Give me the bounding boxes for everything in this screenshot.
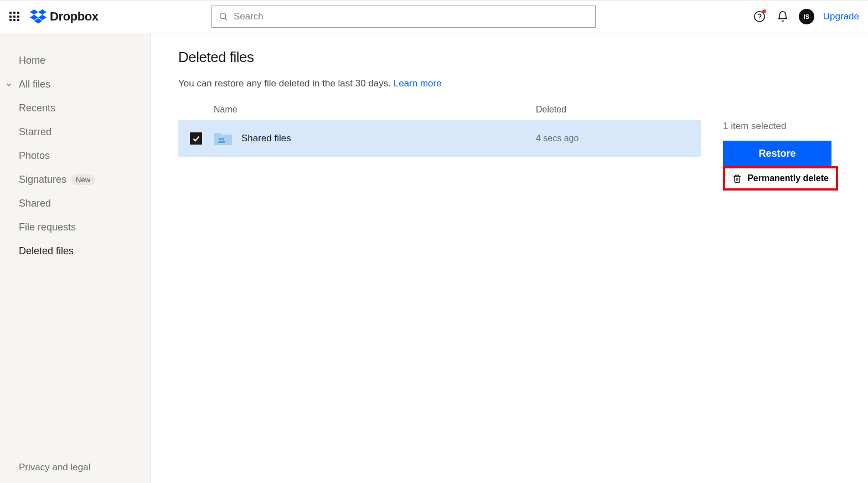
sidebar-item-label: Shared	[19, 198, 51, 209]
svg-point-3	[759, 19, 760, 19]
trash-icon	[732, 174, 742, 183]
row-checkbox[interactable]	[190, 132, 202, 145]
sidebar-item-recents[interactable]: Recents	[0, 96, 150, 120]
sidebar-item-label: File requests	[19, 222, 76, 233]
table-header: Name Deleted	[178, 99, 701, 120]
sidebar-item-label: Home	[19, 55, 45, 66]
apps-grid-icon[interactable]	[8, 10, 21, 23]
help-button[interactable]	[752, 9, 767, 24]
row-deleted: 4 secs ago	[536, 133, 701, 143]
sidebar-item-label: Recents	[19, 102, 55, 114]
action-panel: 1 item selected Restore Permanently dele…	[701, 49, 839, 467]
sidebar: Home All files Recents Starred Photos Si…	[0, 33, 151, 483]
sidebar-privacy-legal[interactable]: Privacy and legal	[0, 452, 150, 483]
sidebar-item-photos[interactable]: Photos	[0, 144, 150, 168]
search-icon	[219, 12, 228, 22]
sidebar-item-label: All files	[19, 79, 50, 90]
check-icon	[192, 135, 200, 143]
deleted-files-table: Name Deleted	[178, 99, 701, 157]
sidebar-item-label: Photos	[19, 150, 50, 162]
brand-logo[interactable]: Dropbox	[30, 9, 99, 24]
notification-dot-icon	[762, 9, 766, 13]
selection-count: 1 item selected	[723, 121, 839, 132]
sidebar-item-starred[interactable]: Starred	[0, 120, 150, 144]
sidebar-item-file-requests[interactable]: File requests	[0, 215, 150, 239]
permanently-delete-button[interactable]: Permanently delete	[725, 168, 836, 188]
sidebar-item-label: Deleted files	[19, 245, 74, 257]
highlight-annotation: Permanently delete	[723, 166, 838, 191]
search-field[interactable]	[211, 6, 596, 28]
sidebar-item-home[interactable]: Home	[0, 49, 150, 73]
column-name[interactable]: Name	[214, 105, 536, 115]
shared-folder-icon	[214, 131, 232, 146]
avatar[interactable]: IS	[799, 9, 814, 24]
upgrade-link[interactable]: Upgrade	[823, 11, 859, 22]
sidebar-item-label: Signatures	[19, 174, 66, 186]
notifications-button[interactable]	[776, 9, 790, 24]
sidebar-item-shared[interactable]: Shared	[0, 192, 150, 215]
column-deleted[interactable]: Deleted	[536, 105, 701, 115]
row-name: Shared files	[241, 133, 291, 144]
sidebar-item-all-files[interactable]: All files	[0, 73, 150, 96]
topbar: Dropbox IS Upgrade	[0, 0, 868, 33]
restore-button[interactable]: Restore	[723, 141, 831, 166]
sidebar-item-signatures[interactable]: Signatures New	[0, 168, 150, 192]
brand-text: Dropbox	[50, 9, 99, 24]
svg-point-0	[220, 13, 225, 19]
page-subtitle: You can restore any file deleted in the …	[178, 78, 701, 89]
new-badge: New	[71, 174, 95, 185]
search-input[interactable]	[234, 11, 588, 22]
page-title: Deleted files	[178, 49, 701, 66]
sidebar-item-deleted-files[interactable]: Deleted files	[0, 239, 150, 263]
chevron-down-icon	[6, 81, 12, 88]
svg-point-4	[219, 138, 222, 141]
bell-icon	[777, 11, 789, 23]
learn-more-link[interactable]: Learn more	[394, 78, 442, 89]
permanently-delete-label: Permanently delete	[747, 173, 829, 183]
svg-point-5	[222, 138, 225, 141]
sidebar-item-label: Starred	[19, 126, 51, 138]
table-row[interactable]: Shared files 4 secs ago	[178, 120, 701, 157]
svg-line-1	[225, 18, 227, 20]
dropbox-icon	[30, 9, 46, 24]
